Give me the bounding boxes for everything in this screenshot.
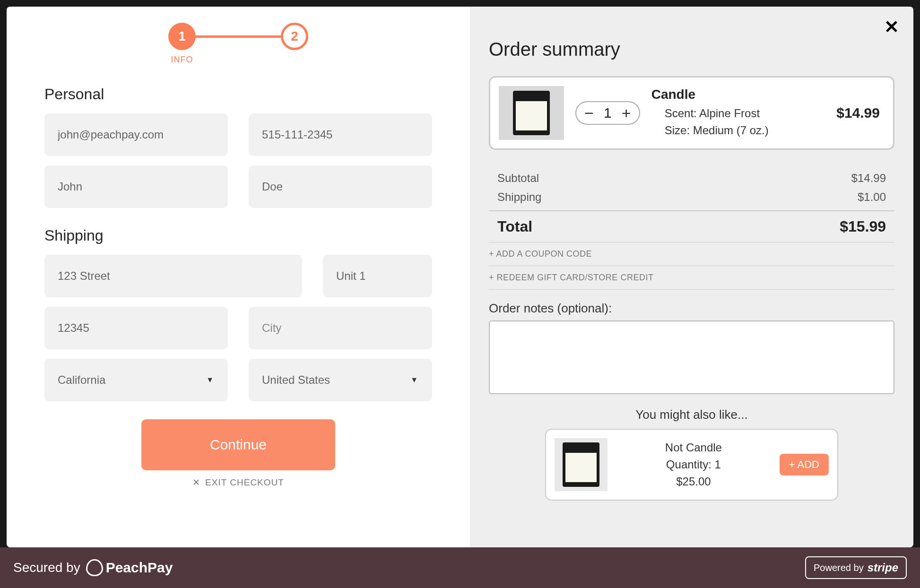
suggest-card: Not Candle Quantity: 1 $25.00 + ADD: [545, 429, 838, 501]
secured-prefix: Secured by: [13, 560, 80, 575]
order-notes-field[interactable]: [489, 320, 894, 394]
step-1[interactable]: 1: [168, 23, 196, 50]
address2-field[interactable]: [323, 255, 432, 297]
candle-icon: [513, 91, 550, 135]
first-name-field[interactable]: [44, 165, 228, 208]
continue-button[interactable]: Continue: [141, 419, 335, 470]
info-pane: 1 INFO 2 Personal Shipping: [7, 7, 470, 547]
suggest-qty: Quantity: 1: [619, 456, 768, 473]
add-coupon-link[interactable]: + ADD A COUPON CODE: [489, 242, 894, 266]
brand-name: PeachPay: [106, 560, 173, 576]
item-scent: Scent: Alpine Frost: [665, 105, 825, 122]
step-line: [196, 35, 281, 38]
exit-label: EXIT CHECKOUT: [205, 477, 284, 488]
exit-checkout-link[interactable]: ✕ EXIT CHECKOUT: [192, 477, 284, 488]
item-price: $14.99: [836, 105, 880, 121]
total-value: $15.99: [840, 218, 886, 235]
email-field[interactable]: [44, 113, 228, 156]
decrement-button[interactable]: −: [581, 105, 597, 121]
cart-item: − 1 + Candle Scent: Alpine Frost Size: M…: [489, 76, 894, 150]
step-1-label: INFO: [171, 55, 193, 65]
quantity-value: 1: [604, 105, 612, 121]
suggest-thumbnail: [555, 438, 608, 491]
notes-label: Order notes (optional):: [489, 301, 894, 316]
shipping-heading: Shipping: [44, 227, 432, 244]
city-field[interactable]: [249, 307, 432, 349]
stripe-logo: stripe: [868, 561, 898, 574]
close-icon: ✕: [192, 477, 200, 488]
checkout-modal: 1 INFO 2 Personal Shipping: [7, 7, 913, 547]
increment-button[interactable]: +: [618, 105, 634, 121]
redeem-gift-link[interactable]: + REDEEM GIFT CARD/STORE CREDIT: [489, 266, 894, 290]
powered-prefix: Powered by: [814, 562, 864, 573]
item-thumbnail: [499, 86, 564, 140]
close-button[interactable]: ✕: [884, 18, 899, 36]
peach-icon: [86, 559, 103, 576]
stepper: 1 INFO 2: [44, 23, 432, 65]
personal-heading: Personal: [44, 86, 432, 103]
item-name: Candle: [651, 87, 825, 102]
suggest-price: $25.00: [619, 473, 768, 490]
subtotal-label: Subtotal: [497, 172, 539, 185]
quantity-stepper: − 1 +: [575, 101, 640, 125]
last-name-field[interactable]: [249, 165, 432, 208]
step-2[interactable]: 2: [281, 23, 308, 50]
suggest-heading: You might also like...: [489, 407, 894, 422]
postal-field[interactable]: [44, 307, 228, 349]
add-suggest-button[interactable]: + ADD: [780, 454, 829, 476]
country-select[interactable]: United States: [249, 359, 432, 401]
address1-field[interactable]: [44, 255, 302, 297]
shipping-label: Shipping: [497, 190, 541, 204]
summary-heading: Order summary: [489, 39, 894, 60]
stripe-badge[interactable]: Powered by stripe: [805, 556, 907, 579]
phone-field[interactable]: [249, 113, 432, 156]
item-size: Size: Medium (7 oz.): [665, 122, 825, 139]
state-select[interactable]: California: [44, 359, 228, 401]
subtotal-value: $14.99: [851, 172, 886, 185]
candle-icon: [563, 442, 599, 487]
total-label: Total: [497, 218, 532, 235]
shipping-value: $1.00: [858, 190, 886, 204]
footer: Secured by PeachPay Powered by stripe: [0, 547, 920, 588]
summary-pane: ✕ Order summary − 1 + Candle Scent: Alpi…: [470, 7, 913, 547]
suggest-name: Not Candle: [619, 439, 768, 456]
